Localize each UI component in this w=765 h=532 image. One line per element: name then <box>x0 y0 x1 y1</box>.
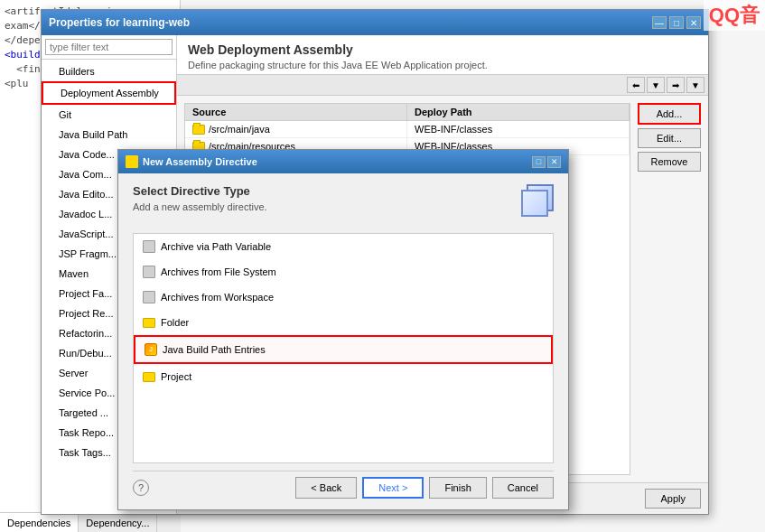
tree-item-label: Task Repo... <box>59 425 114 441</box>
source-cell-1: /src/main/java <box>185 121 407 137</box>
tree-item-label: Java Build Path <box>59 126 127 143</box>
maximize-button[interactable]: □ <box>669 16 684 29</box>
directive-label: Archive via Path Variable <box>161 238 271 256</box>
cancel-button[interactable]: Cancel <box>492 477 554 499</box>
bottom-tabs-bar: Dependencies Dependency... <box>0 512 181 532</box>
filter-input[interactable] <box>45 39 173 55</box>
back-button[interactable]: < Back <box>295 477 357 499</box>
deployment-assembly-title: Web Deployment Assembly <box>188 42 697 57</box>
tree-item-label: Java Code... <box>59 146 115 163</box>
assembly-header: Select Directive Type Add a new assembly… <box>133 184 554 222</box>
directive-java-build-path[interactable]: J Java Build Path Entries <box>134 335 553 364</box>
remove-button[interactable]: Remove <box>638 152 701 172</box>
source-path-1: /src/main/java <box>209 124 270 135</box>
directive-folder[interactable]: Folder <box>134 310 553 335</box>
deployment-assembly-subtitle: Define packaging structure for this Java… <box>188 60 697 70</box>
tree-item-label: Git <box>59 107 71 123</box>
tree-item-label: Service Po... <box>59 385 115 401</box>
directive-label: Archives from File System <box>161 263 276 281</box>
nav-more-button[interactable]: ▼ <box>686 77 704 93</box>
assembly-title-icon <box>126 155 138 168</box>
assembly-title-bar: New Assembly Directive □ ✕ <box>118 150 568 173</box>
assembly-header-subtitle: Add a new assembly directive. <box>133 201 507 212</box>
tree-item-deployment[interactable]: Deployment Assembly <box>42 81 176 105</box>
assembly-minimize-button[interactable]: □ <box>532 156 546 168</box>
deploy-cell-1: WEB-INF/classes <box>407 121 630 137</box>
tree-item-label: JSP Fragm... <box>59 246 117 262</box>
tree-item-label: Maven <box>59 266 89 282</box>
folder-icon <box>143 372 155 382</box>
properties-title-bar: Properties for learning-web — □ ✕ <box>42 10 708 35</box>
assembly-dialog: New Assembly Directive □ ✕ Select Direct… <box>117 149 569 510</box>
tree-item-builders[interactable]: Builders <box>42 61 176 81</box>
directive-label: Archives from Workspace <box>161 288 274 306</box>
tree-item-label: Server <box>59 365 88 381</box>
assembly-dialog-body: Select Directive Type Add a new assembly… <box>118 173 568 509</box>
apply-button[interactable]: Apply <box>645 489 701 509</box>
add-button[interactable]: Add... <box>638 103 701 125</box>
tree-item-label: Deployment Assembly <box>61 85 159 101</box>
tree-item-label: Javadoc L... <box>59 206 112 222</box>
assembly-header-text: Select Directive Type Add a new assembly… <box>133 184 507 212</box>
tree-item-label: JavaScript... <box>59 226 114 242</box>
assembly-footer: ? < Back Next > Finish Cancel <box>133 471 554 499</box>
tree-item-java-build-path[interactable]: Java Build Path <box>42 125 176 145</box>
footer-nav-buttons: < Back Next > Finish Cancel <box>295 477 554 499</box>
filter-box <box>42 35 176 60</box>
tab-dependency-hierarchy[interactable]: Dependency... <box>79 513 157 532</box>
directive-label: Project <box>161 368 191 386</box>
directive-label: Folder <box>161 313 189 331</box>
table-row[interactable]: /src/main/java WEB-INF/classes <box>185 121 630 138</box>
edit-button[interactable]: Edit... <box>638 128 701 148</box>
eclipse-background: <artifactId>learning-exam</artifactId> <… <box>0 0 765 532</box>
tree-item-label: Task Tags... <box>59 444 111 461</box>
minimize-button[interactable]: — <box>652 16 667 29</box>
icon-stack-front <box>521 190 548 217</box>
assembly-dialog-title: New Assembly Directive <box>143 156 257 167</box>
tree-item-label: Java Edito... <box>59 186 114 202</box>
java-icon: J <box>145 343 157 356</box>
tree-item-label: Builders <box>59 63 95 79</box>
directive-archive-path[interactable]: Archive via Path Variable <box>134 234 553 259</box>
assembly-close-button[interactable]: ✕ <box>547 156 561 168</box>
next-button[interactable]: Next > <box>362 477 424 499</box>
tree-item-label: Targeted ... <box>59 405 108 421</box>
directive-archive-file-system[interactable]: Archives from File System <box>134 259 553 285</box>
properties-toolbar: ⬅ ▼ ➡ ▼ <box>177 75 708 96</box>
header-source: Source <box>185 104 407 120</box>
properties-dialog-title: Properties for learning-web <box>49 16 190 29</box>
directive-archive-workspace[interactable]: Archives from Workspace <box>134 285 553 310</box>
nav-forward-button[interactable]: ➡ <box>667 77 685 93</box>
archive-icon <box>143 266 155 278</box>
archive-icon <box>143 240 155 253</box>
properties-title-buttons: — □ ✕ <box>652 16 701 29</box>
tree-item-label: Java Com... <box>59 166 112 182</box>
nav-dropdown-button[interactable]: ▼ <box>647 77 665 93</box>
finish-button[interactable]: Finish <box>429 477 486 499</box>
assembly-title-left: New Assembly Directive <box>126 155 257 168</box>
tree-item-label: Refactorin... <box>59 325 112 341</box>
nav-back-button[interactable]: ⬅ <box>627 77 645 93</box>
close-button[interactable]: ✕ <box>686 16 701 29</box>
folder-icon <box>192 125 205 135</box>
directive-list: Archive via Path Variable Archives from … <box>133 233 554 463</box>
tab-dependencies[interactable]: Dependencies <box>0 513 79 532</box>
tree-item-git[interactable]: Git <box>42 105 176 125</box>
assembly-header-title: Select Directive Type <box>133 184 507 198</box>
archive-icon <box>143 291 155 303</box>
deploy-path-1: WEB-INF/classes <box>415 124 492 135</box>
directive-project[interactable]: Project <box>134 364 553 389</box>
assembly-title-buttons: □ ✕ <box>532 156 561 168</box>
properties-header: Web Deployment Assembly Define packaging… <box>177 35 708 75</box>
watermark: QQ音 <box>704 0 765 31</box>
table-header: Source Deploy Path <box>185 104 630 121</box>
action-buttons-panel: Add... Edit... Remove <box>638 103 701 475</box>
header-deploy-path: Deploy Path <box>407 104 630 120</box>
directive-label: Java Build Path Entries <box>163 341 266 359</box>
folder-icon <box>143 318 155 328</box>
help-button[interactable]: ? <box>133 480 149 496</box>
tree-item-label: Project Fa... <box>59 285 112 302</box>
tree-item-label: Run/Debu... <box>59 345 112 361</box>
tree-item-label: Project Re... <box>59 305 114 322</box>
assembly-header-icon <box>516 184 554 222</box>
